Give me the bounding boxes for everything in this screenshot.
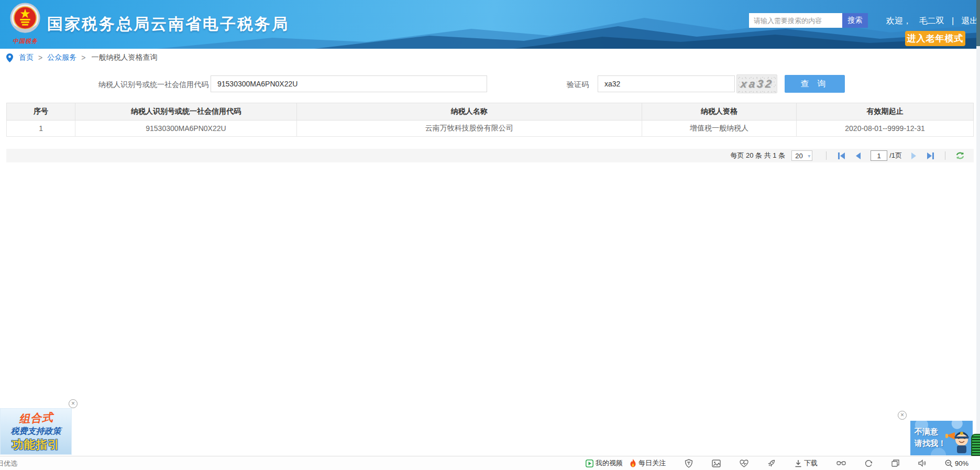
logo-caption: 中国税务 <box>8 37 42 45</box>
browser-status-bar: 日优选 我的视频 每日关注 <box>0 456 980 470</box>
captcha-image-text: xa32 <box>740 78 774 90</box>
game-accelerator-button[interactable] <box>767 459 776 467</box>
elder-mode-button[interactable]: 进入老年模式 <box>905 31 965 46</box>
photo-icon <box>712 460 721 467</box>
breadcrumb: 首页 > 公众服务 > 一般纳税人资格查询 <box>6 50 157 65</box>
captcha-image[interactable]: xa32 <box>736 74 777 93</box>
breadcrumb-current: 一般纳税人资格查询 <box>91 53 157 62</box>
window-restore-icon <box>891 460 899 467</box>
image-mode-button[interactable] <box>712 460 721 467</box>
col-header-taxpayer-id: 纳税人识别号或统一社会信用代码 <box>75 103 297 121</box>
daily-focus-button[interactable]: 每日关注 <box>630 458 666 468</box>
refresh-icon[interactable] <box>954 151 966 160</box>
search-button[interactable]: 搜索 <box>842 13 868 28</box>
ad-left-line3: 功能指引 <box>12 437 60 453</box>
logout-link[interactable]: 退出 <box>962 16 978 25</box>
captcha-label: 验证码 <box>567 80 589 90</box>
prev-page-button[interactable] <box>852 151 864 160</box>
welcome-bar: 欢迎， 毛二双 | 退出 <box>886 16 980 27</box>
username-link[interactable]: 毛二双 <box>919 16 944 25</box>
site-header: 中国税务 国家税务总局云南省电子税务局 搜索 欢迎， 毛二双 | 退出 进入老年… <box>0 0 980 49</box>
captcha-field[interactable] <box>598 75 735 92</box>
rocket-icon <box>767 459 776 467</box>
pagination-divider <box>826 151 827 160</box>
next-page-button[interactable] <box>908 151 919 160</box>
ad-left-line1: 组合式 <box>18 410 53 426</box>
page-title: 国家税务总局云南省电子税务局 <box>47 14 289 35</box>
page-total-label: /1页 <box>889 151 902 160</box>
download-icon <box>795 460 802 467</box>
download-label: 下载 <box>804 458 818 468</box>
pagination-bar: 每页 20 条 共 1 条 20 ▾ /1页 <box>6 149 974 162</box>
zoom-control[interactable]: 90% <box>945 460 968 467</box>
table-header-row: 序号 纳税人识别号或统一社会信用代码 纳税人名称 纳税人资格 有效期起止 <box>7 103 974 121</box>
tax-officer-cartoon-icon <box>944 424 972 454</box>
pagination-divider <box>945 151 945 160</box>
query-button[interactable]: 查 询 <box>785 75 845 93</box>
taxpayer-id-label: 纳税人识别号或统一社会信用代码 <box>98 80 204 90</box>
page-number-input[interactable] <box>871 150 887 161</box>
breadcrumb-home[interactable]: 首页 <box>19 53 34 62</box>
table-row: 1 91530300MA6PN0X22U 云南万牧科技股份有限公司 增值税一般纳… <box>7 121 974 137</box>
breadcrumb-separator: > <box>81 53 85 62</box>
health-mode-button[interactable] <box>740 460 748 467</box>
cell-taxpayer-name: 云南万牧科技股份有限公司 <box>296 121 642 137</box>
play-icon <box>586 460 593 467</box>
cell-taxpayer-id: 91530300MA6PN0X22U <box>75 121 297 137</box>
cell-taxpayer-qualification: 增值税一般纳税人 <box>642 121 796 137</box>
breadcrumb-separator: > <box>38 53 42 62</box>
tax-bureau-logo: 中国税务 <box>8 3 42 46</box>
feedback-ad-banner[interactable]: 不满意 请找我！ <box>910 421 973 455</box>
col-header-taxpayer-name: 纳税人名称 <box>296 103 642 121</box>
download-button[interactable]: 下载 <box>795 458 818 468</box>
policy-guide-ad-banner[interactable]: 组合式 税费支持政策 功能指引 <box>0 408 72 455</box>
swirl-icon <box>865 460 873 467</box>
col-header-index: 序号 <box>7 103 75 121</box>
caret-down-icon: ▾ <box>808 153 810 159</box>
cell-index: 1 <box>7 121 75 137</box>
location-pin-icon <box>6 53 13 62</box>
col-header-validity-period: 有效期起止 <box>797 103 974 121</box>
cell-validity-period: 2020-08-01--9999-12-31 <box>797 121 974 137</box>
heart-pulse-icon <box>740 460 748 467</box>
taxpayer-id-field[interactable] <box>211 75 487 92</box>
flame-icon <box>630 459 636 467</box>
col-header-taxpayer-qualification: 纳税人资格 <box>642 103 796 121</box>
first-page-button[interactable] <box>835 151 847 160</box>
page-size-value: 20 <box>795 152 802 160</box>
scrollbar-track[interactable] <box>976 0 980 470</box>
close-icon[interactable]: × <box>898 411 907 420</box>
national-emblem-icon <box>9 3 41 36</box>
result-table: 序号 纳税人识别号或统一社会信用代码 纳税人名称 纳税人资格 有效期起止 1 9… <box>6 103 974 137</box>
my-video-button[interactable]: 我的视频 <box>586 458 623 468</box>
scrollbar-thumb[interactable] <box>976 0 980 46</box>
daily-focus-label: 每日关注 <box>638 458 666 468</box>
last-page-button[interactable] <box>924 151 936 160</box>
pagination-summary: 每页 20 条 共 1 条 <box>730 151 785 160</box>
welcome-text: 欢迎， <box>886 16 911 25</box>
mute-button[interactable] <box>918 460 926 467</box>
my-video-label: 我的视频 <box>596 458 623 468</box>
zoom-out-icon <box>945 460 953 467</box>
welcome-divider: | <box>952 16 954 25</box>
ad-left-line2: 税费支持政策 <box>11 426 61 437</box>
ad-right-line2: 请找我！ <box>915 438 946 449</box>
ad-right-line1: 不满意 <box>915 426 946 438</box>
close-icon[interactable]: × <box>69 399 78 408</box>
mouse-gesture-button[interactable] <box>865 460 873 467</box>
security-shield-button[interactable] <box>685 459 693 468</box>
split-screen-button[interactable] <box>891 460 899 467</box>
zoom-level-label: 90% <box>955 460 968 467</box>
speaker-icon <box>918 460 926 467</box>
reader-mode-button[interactable] <box>836 460 846 466</box>
page-size-select[interactable]: 20 ▾ <box>791 150 812 161</box>
breadcrumb-public-services[interactable]: 公众服务 <box>47 53 76 62</box>
search-input[interactable] <box>749 13 842 28</box>
glasses-icon <box>836 460 846 466</box>
status-left-text: 日优选 <box>0 459 17 468</box>
shield-icon <box>685 459 693 468</box>
